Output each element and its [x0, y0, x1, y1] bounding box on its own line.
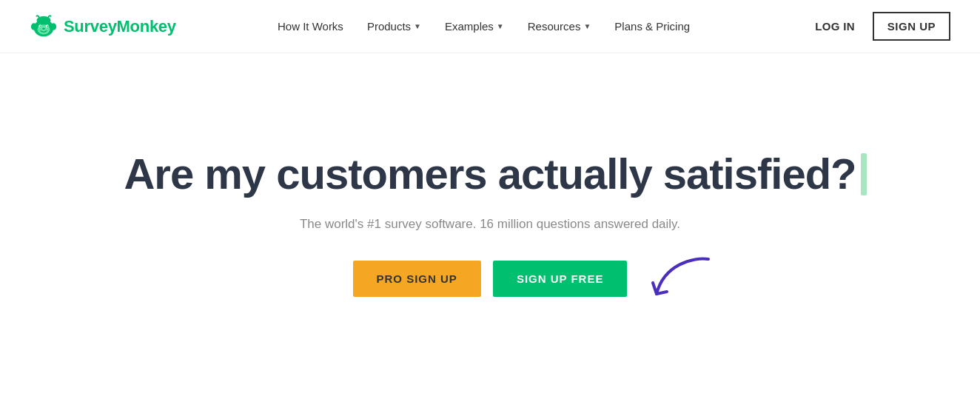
- header-signup-button[interactable]: SIGN UP: [873, 12, 950, 41]
- svg-point-2: [51, 23, 57, 30]
- hero-title-accent-bar: [861, 153, 867, 195]
- pointing-arrow-icon: [649, 253, 716, 305]
- login-button[interactable]: LOG IN: [803, 14, 866, 38]
- resources-dropdown-icon: ▼: [583, 22, 591, 30]
- hero-subtitle: The world's #1 survey software. 16 milli…: [300, 214, 680, 234]
- hero-section: Are my customers actually satisfied? The…: [0, 53, 980, 394]
- svg-point-6: [40, 25, 41, 27]
- nav-resources[interactable]: Resources ▼: [517, 14, 602, 38]
- nav-examples[interactable]: Examples ▼: [434, 14, 514, 38]
- nav-how-it-works[interactable]: How It Works: [267, 14, 354, 38]
- main-nav: How It Works Products ▼ Examples ▼ Resou…: [267, 14, 700, 38]
- auth-buttons: LOG IN SIGN UP: [803, 12, 950, 41]
- svg-point-7: [47, 25, 48, 27]
- products-dropdown-icon: ▼: [414, 22, 421, 30]
- svg-point-1: [31, 23, 37, 30]
- surveymonkey-logo-icon: [30, 13, 58, 41]
- hero-title-wrapper: Are my customers actually satisfied?: [124, 150, 856, 198]
- logo-text: SurveyMonkey: [64, 17, 176, 36]
- hero-cta-buttons: PRO SIGN UP SIGN UP FREE: [353, 261, 628, 297]
- pro-signup-button[interactable]: PRO SIGN UP: [353, 261, 481, 297]
- svg-point-8: [42, 27, 45, 29]
- nav-products[interactable]: Products ▼: [357, 14, 432, 38]
- free-signup-button[interactable]: SIGN UP FREE: [493, 261, 628, 297]
- arrow-decoration: [649, 253, 716, 308]
- hero-title: Are my customers actually satisfied?: [124, 150, 856, 198]
- logo[interactable]: SurveyMonkey: [30, 13, 176, 41]
- examples-dropdown-icon: ▼: [497, 22, 504, 30]
- nav-plans-pricing[interactable]: Plans & Pricing: [604, 14, 700, 38]
